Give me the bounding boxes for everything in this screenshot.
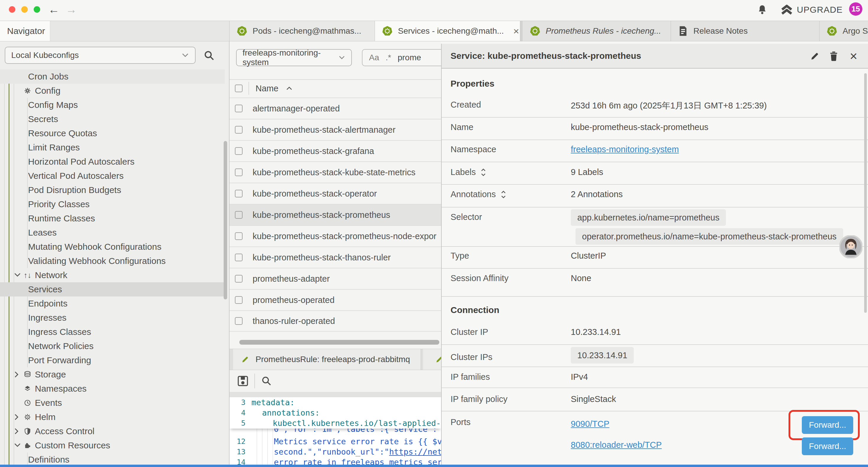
row-checkbox[interactable] <box>235 169 243 176</box>
sidebar-item-pod-disruption-budgets[interactable]: Pod Disruption Budgets <box>0 183 225 197</box>
match-case-icon[interactable]: Aa <box>369 53 379 62</box>
upgrade-icon[interactable] <box>780 4 793 16</box>
sidebar-item-secrets[interactable]: Secrets <box>0 112 225 126</box>
sidebar-item-definitions[interactable]: Definitions <box>0 453 225 465</box>
table-row[interactable]: alertmanager-operated <box>229 97 441 119</box>
save-icon[interactable] <box>237 375 248 387</box>
back-button[interactable]: ← <box>48 3 59 16</box>
sidebar-group-config[interactable]: Config <box>0 84 225 98</box>
editor-tab-partial[interactable] <box>423 349 441 370</box>
minimize-window-button[interactable] <box>21 6 28 13</box>
tab-services-active[interactable]: Services - icecheng@math... × <box>375 21 520 41</box>
edit-pencil-icon[interactable] <box>809 50 821 62</box>
sidebar-item-priority-classes[interactable]: Priority Classes <box>0 197 225 211</box>
table-row[interactable]: kube-prometheus-stack-thanos-ruler <box>229 246 441 268</box>
regex-icon[interactable]: .* <box>385 53 391 62</box>
chevron-right-icon[interactable] <box>14 371 22 378</box>
sidebar-item-ingress-classes[interactable]: Ingress Classes <box>0 325 225 339</box>
port-link-9090[interactable]: 9090/TCP <box>571 419 610 429</box>
tab-release-notes[interactable]: Release Notes <box>671 21 819 41</box>
chevron-down-icon[interactable] <box>14 443 22 448</box>
sidebar-item-vertical-pod-autoscalers[interactable]: Vertical Pod Autoscalers <box>0 169 225 183</box>
row-checkbox[interactable] <box>235 211 243 219</box>
port-link-8080[interactable]: 8080:reloader-web/TCP <box>571 440 662 450</box>
close-panel-icon[interactable]: × <box>848 50 860 62</box>
close-tab-icon[interactable]: × <box>513 25 519 37</box>
sidebar-item-leases[interactable]: Leases <box>0 226 225 240</box>
table-row[interactable]: kube-prometheus-stack-grafana <box>229 140 441 162</box>
table-row[interactable]: kube-prometheus-stack-alertmanager <box>229 119 441 140</box>
chevron-down-icon[interactable] <box>14 273 22 278</box>
notifications-bell-icon[interactable] <box>756 4 768 16</box>
sidebar-item-ingresses[interactable]: Ingresses <box>0 311 225 325</box>
sort-updown-icon[interactable] <box>480 168 486 177</box>
sidebar-item-config-maps[interactable]: Config Maps <box>0 98 225 112</box>
sort-updown-icon[interactable] <box>500 190 506 199</box>
namespace-selector[interactable]: freeleaps-monitoring-system <box>236 49 352 66</box>
sidebar-search-icon[interactable] <box>203 50 215 61</box>
namespace-link[interactable]: freeleaps-monitoring-system <box>571 145 679 154</box>
row-checkbox[interactable] <box>235 317 243 325</box>
chevron-right-icon[interactable] <box>14 428 22 435</box>
table-search-input[interactable]: Aa .* prome <box>362 49 441 66</box>
sidebar-item-validating-webhook-configurations[interactable]: Validating Webhook Configurations <box>0 254 225 268</box>
sidebar-group-custom-resources[interactable]: Custom Resources <box>0 438 225 453</box>
tab-pods[interactable]: Pods - icecheng@mathmas... <box>229 21 375 41</box>
notification-count-badge[interactable]: 15 <box>849 2 862 16</box>
table-row[interactable]: prometheus-adapter <box>229 268 441 289</box>
table-row-selected[interactable]: kube-prometheus-stack-prometheus <box>229 204 441 225</box>
row-checkbox[interactable] <box>235 232 243 240</box>
row-checkbox[interactable] <box>235 105 243 112</box>
delete-trash-icon[interactable] <box>828 50 840 62</box>
close-window-button[interactable] <box>9 6 16 13</box>
sidebar-item-endpoints[interactable]: Endpoints <box>0 296 225 311</box>
sidebar-item-network-policies[interactable]: Network Policies <box>0 339 225 353</box>
tab-navigator[interactable]: Navigator <box>0 21 50 41</box>
table-row[interactable]: kube-prometheus-stack-prometheus-node-ex… <box>229 225 441 246</box>
sidebar-item-horizontal-pod-autoscalers[interactable]: Horizontal Pod Autoscalers <box>0 154 225 169</box>
row-checkbox[interactable] <box>235 275 243 283</box>
sidebar-item-runtime-classes[interactable]: Runtime Classes <box>0 211 225 226</box>
forward-button-8080[interactable]: Forward... <box>802 437 853 455</box>
table-row[interactable]: prometheus-operated <box>229 289 441 310</box>
sidebar-item-limit-ranges[interactable]: Limit Ranges <box>0 140 225 154</box>
sidebar-group-helm[interactable]: Helm <box>0 410 225 424</box>
upgrade-button[interactable]: UPGRADE <box>797 5 843 15</box>
sidebar-item-namespaces[interactable]: Namespaces <box>0 382 225 396</box>
row-checkbox[interactable] <box>235 254 243 261</box>
sidebar-scrollbar[interactable] <box>224 141 227 299</box>
yaml-editor[interactable]: 0","for":"1m","labels":{"service": 12 Me… <box>229 397 441 465</box>
row-checkbox[interactable] <box>235 147 243 155</box>
sidebar-group-storage[interactable]: Storage <box>0 368 225 382</box>
sidebar-group-network[interactable]: ↑↓ Network <box>0 268 225 282</box>
labels-value[interactable]: 9 Labels <box>571 167 603 177</box>
row-checkbox[interactable] <box>235 190 243 198</box>
tab-prometheus-rules[interactable]: Prometheus Rules - icecheng... <box>523 21 671 41</box>
detail-scrollbar[interactable] <box>864 73 867 313</box>
sidebar-item-cron-jobs[interactable]: Cron Jobs <box>0 69 225 84</box>
code-link[interactable]: https://net <box>389 447 441 456</box>
table-row[interactable]: thanos-ruler-operated <box>229 310 441 332</box>
editor-search-icon[interactable] <box>261 375 272 387</box>
table-row[interactable]: kube-prometheus-stack-kube-state-metrics <box>229 162 441 183</box>
sidebar-item-resource-quotas[interactable]: Resource Quotas <box>0 126 225 140</box>
forward-button[interactable]: → <box>66 3 77 16</box>
row-checkbox[interactable] <box>235 126 243 134</box>
chevron-right-icon[interactable] <box>14 414 22 420</box>
horizontal-scrollbar[interactable] <box>239 340 439 345</box>
kubeconfig-selector[interactable]: Local Kubeconfigs <box>5 47 195 64</box>
avatar[interactable] <box>839 235 862 258</box>
annotations-value[interactable]: 2 Annotations <box>571 189 623 199</box>
sidebar-item-port-forwarding[interactable]: Port Forwarding <box>0 353 225 368</box>
sidebar-item-events[interactable]: Events <box>0 396 225 410</box>
tab-argo[interactable]: Argo Se <box>819 21 868 41</box>
sidebar-item-mutating-webhook-configurations[interactable]: Mutating Webhook Configurations <box>0 240 225 254</box>
sidebar-group-access-control[interactable]: Access Control <box>0 424 225 438</box>
table-row[interactable]: kube-prometheus-stack-operator <box>229 183 441 204</box>
sort-ascending-icon[interactable] <box>286 86 292 90</box>
row-checkbox[interactable] <box>235 296 243 304</box>
maximize-window-button[interactable] <box>34 6 40 13</box>
sidebar-item-services[interactable]: Services <box>0 282 225 296</box>
chevron-down-icon[interactable] <box>14 88 22 93</box>
select-all-checkbox[interactable] <box>235 85 243 92</box>
